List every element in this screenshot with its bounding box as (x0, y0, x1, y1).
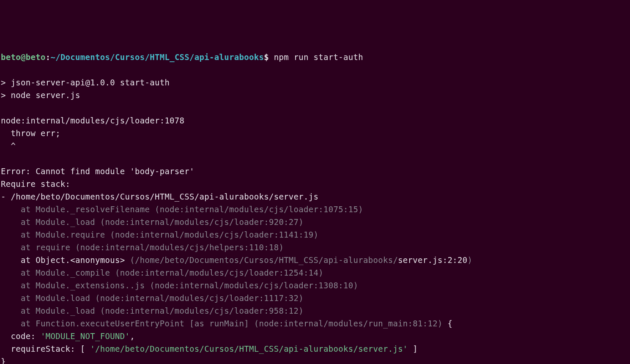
stack-trace-line: at Module.load (node:internal/modules/cj… (1, 293, 304, 303)
error-code-line: code: 'MODULE_NOT_FOUND', (1, 331, 135, 341)
throw-err-line: throw err; (1, 129, 60, 138)
trace-text: at Function.executeUserEntryPoint [as ru… (1, 319, 443, 328)
closing-brace: } (1, 357, 6, 364)
require-stack-label: Require stack: (1, 179, 70, 189)
trace-prefix: at Object.<anonymous> (1, 255, 130, 265)
stack-trace-line: at Module._extensions..js (node:internal… (1, 281, 358, 290)
prompt-line-1: beto@beto:~/Documentos/Cursos/HTML_CSS/a… (1, 52, 363, 62)
trace-path: (/home/beto/Documentos/Cursos/HTML_CSS/a… (130, 255, 398, 265)
code-value: 'MODULE_NOT_FOUND' (41, 331, 130, 341)
prompt-dollar: $ (264, 52, 269, 62)
stack-trace-line-highlighted: at Object.<anonymous> (/home/beto/Docume… (1, 255, 472, 265)
open-brace: { (443, 319, 452, 328)
reqstack-value: '/home/beto/Documentos/Cursos/HTML_CSS/a… (90, 344, 408, 353)
command-text: npm run start-auth (269, 52, 363, 62)
npm-script-line: > json-server-api@1.0.0 start-auth (1, 78, 170, 87)
error-message: Error: Cannot find module 'body-parser' (1, 167, 194, 176)
require-stack-array-line: requireStack: [ '/home/beto/Documentos/C… (1, 344, 418, 353)
caret-line: ^ (1, 141, 16, 151)
terminal-output[interactable]: beto@beto:~/Documentos/Cursos/HTML_CSS/a… (1, 51, 629, 364)
trace-close-paren: ) (467, 255, 472, 265)
code-label: code: (1, 331, 41, 341)
reqstack-close: ] (408, 344, 418, 353)
stack-trace-line: at Module._compile (node:internal/module… (1, 268, 323, 277)
prompt-colon: : (46, 52, 51, 62)
loader-path-line: node:internal/modules/cjs/loader:1078 (1, 116, 184, 125)
stack-trace-line: at require (node:internal/modules/cjs/he… (1, 243, 284, 252)
stack-trace-line: at Module._load (node:internal/modules/c… (1, 306, 304, 315)
stack-trace-line: at Module.require (node:internal/modules… (1, 230, 318, 239)
stack-trace-line: at Module._resolveFilename (node:interna… (1, 205, 363, 214)
comma: , (130, 331, 135, 341)
trace-file-pos: server.js:2:20 (398, 255, 467, 265)
reqstack-label: requireStack: [ (1, 344, 90, 353)
require-stack-file: - /home/beto/Documentos/Cursos/HTML_CSS/… (1, 192, 318, 201)
prompt-path: ~/Documentos/Cursos/HTML_CSS/api-alurabo… (50, 52, 264, 62)
prompt-user: beto@beto (1, 52, 46, 62)
stack-trace-line: at Module._load (node:internal/modules/c… (1, 217, 304, 227)
npm-node-line: > node server.js (1, 90, 80, 100)
stack-trace-line-last: at Function.executeUserEntryPoint [as ru… (1, 319, 452, 328)
